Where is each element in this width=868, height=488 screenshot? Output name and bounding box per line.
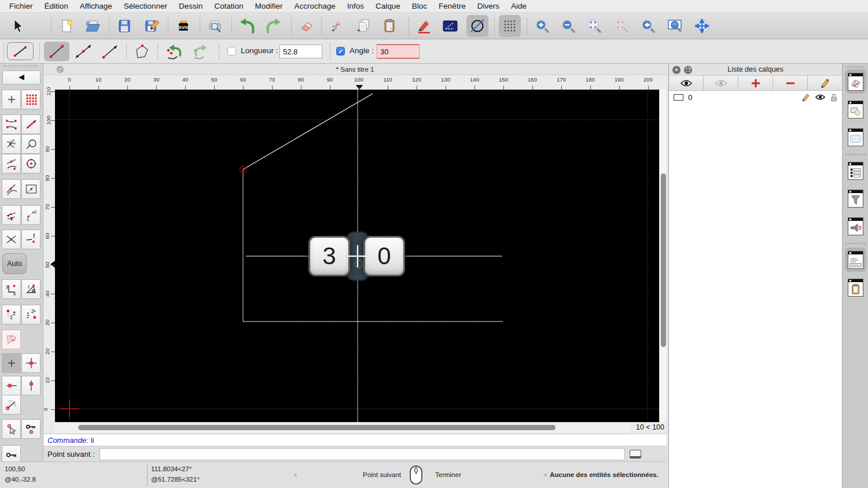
snap-auto-button[interactable]: Auto (2, 253, 27, 274)
menu-item-divers[interactable]: Divers (472, 0, 505, 13)
delete-eraser-button[interactable] (296, 15, 318, 37)
menu-item-modifier[interactable]: Modifier (249, 0, 288, 13)
longueur-checkbox[interactable] (227, 47, 236, 56)
close-panel-button[interactable]: ✕ (672, 66, 681, 74)
zoom-pan-button[interactable] (691, 15, 713, 37)
sidebar-handle[interactable] (3, 65, 37, 66)
pointer-tool-button[interactable] (6, 15, 28, 37)
zoom-previous-button[interactable] (610, 15, 632, 37)
undo-button[interactable] (236, 15, 258, 37)
undo-segment-button[interactable] (162, 42, 187, 61)
drawing-canvas[interactable]: 3 0 (55, 90, 659, 422)
snap-tangent-button[interactable] (2, 179, 21, 199)
menu-item-bloc[interactable]: Bloc (406, 0, 433, 13)
toggle-filter-button[interactable] (845, 186, 866, 210)
toggle-layer-list-button[interactable] (845, 69, 866, 94)
angle-checkbox[interactable]: ✓ (336, 47, 345, 56)
intersection-button[interactable] (2, 230, 21, 249)
command-window-toggle-button[interactable] (630, 450, 641, 459)
save-as-button[interactable] (141, 15, 163, 37)
menu-item-aide[interactable]: Aide (505, 0, 532, 13)
menu-item-infos[interactable]: Infos (341, 0, 370, 13)
menu-item-fenetre[interactable]: Fenêtre (433, 0, 472, 13)
toggle-entity-list-button[interactable] (845, 158, 866, 183)
save-button[interactable] (113, 15, 135, 37)
edit-layer-button[interactable] (808, 76, 842, 90)
menu-item-selectionner[interactable]: Sélectionner (118, 0, 173, 13)
new-document-button[interactable] (56, 15, 78, 37)
line-infinite-button[interactable] (71, 42, 96, 61)
zoom-auto-button[interactable] (583, 15, 605, 37)
set-angle-button[interactable] (2, 395, 21, 415)
intersection-manual-button[interactable]: ! (21, 230, 41, 249)
menu-item-dessin[interactable]: Dessin (173, 0, 208, 13)
strip-handle[interactable] (847, 66, 863, 68)
coordinate-cartesian-button[interactable]: y x (2, 279, 21, 299)
horizontal-scrollbar-thumb[interactable] (78, 425, 556, 430)
snap-center-button[interactable] (21, 154, 41, 173)
vertical-scrollbar[interactable] (659, 90, 667, 422)
grid-toggle-button[interactable] (499, 15, 521, 37)
set-relative-zero-button[interactable] (2, 419, 21, 439)
cut-button[interactable]: ✂ + (326, 15, 348, 37)
vertical-scrollbar-thumb[interactable] (661, 173, 666, 347)
restrict-1-2-button[interactable]: 1 2 (21, 205, 41, 225)
command-input[interactable] (100, 448, 625, 460)
selection-rectangle-button[interactable] (439, 15, 461, 37)
restrict-orthogonal-cross-button[interactable] (21, 353, 41, 373)
restrict-horizontal-button[interactable] (2, 376, 21, 395)
open-file-button[interactable] (82, 15, 104, 37)
snap-distance-button[interactable] (21, 134, 41, 154)
toggle-library-browser-button[interactable] (845, 125, 866, 149)
zoom-out-button[interactable] (557, 15, 579, 37)
menu-item-edition[interactable]: Édition (39, 0, 74, 13)
snap-exclusive-button[interactable] (2, 330, 21, 349)
draft-mode-button[interactable] (466, 15, 488, 37)
zoom-in-button[interactable] (531, 15, 553, 37)
paste-button[interactable] (378, 15, 400, 37)
toolbar-handle[interactable] (3, 43, 4, 60)
layer-visibility-button[interactable] (815, 94, 826, 101)
svg-export-button[interactable]: SVG (172, 15, 194, 37)
show-all-layers-button[interactable] (669, 76, 704, 90)
ray-button[interactable] (97, 42, 123, 61)
menu-item-fichier[interactable]: Fichier (0, 0, 39, 13)
print-preview-button[interactable] (204, 15, 226, 37)
zoom-back-button[interactable] (637, 15, 659, 37)
snap-middle-button[interactable] (2, 154, 21, 173)
copy-button[interactable]: + (352, 15, 374, 37)
snap-restrict-rect-button[interactable] (21, 179, 41, 199)
horizontal-scrollbar[interactable] (55, 422, 631, 433)
snap-free-button[interactable] (2, 90, 21, 109)
layer-edit-button[interactable] (801, 93, 811, 102)
menu-item-calque[interactable]: Calque (370, 0, 406, 13)
snap-endpoints-button[interactable] (2, 114, 21, 134)
layer-lock-button[interactable] (830, 93, 838, 102)
longueur-input[interactable] (279, 45, 322, 58)
collapse-back-button[interactable] (2, 71, 41, 84)
add-layer-button[interactable] (738, 76, 773, 90)
restrict-nothing-button[interactable] (2, 353, 21, 373)
restrict-orthogonal-button[interactable] (2, 205, 21, 225)
toggle-command-options-button[interactable] (845, 214, 866, 238)
zoom-window-button[interactable] (664, 15, 686, 37)
layer-color-swatch[interactable] (674, 94, 683, 101)
restrict-vertical-button[interactable] (21, 376, 41, 395)
menu-item-accrochage[interactable]: Accrochage (288, 0, 341, 13)
snap-on-entity-button[interactable] (21, 114, 41, 134)
remove-layer-button[interactable] (773, 76, 808, 90)
toggle-command-line-button[interactable] (845, 247, 866, 272)
coordinate-polar-button[interactable]: r a (21, 279, 41, 299)
snap-intersection-auto-button[interactable] (2, 134, 21, 154)
layer-row[interactable]: 0 (669, 91, 842, 103)
toggle-block-list-button[interactable] (845, 97, 866, 121)
snap-grid-button[interactable] (21, 90, 41, 109)
line-two-points-button[interactable] (44, 42, 69, 61)
menu-item-affichage[interactable]: Affichage (74, 0, 118, 13)
undock-panel-button[interactable]: ❐ (684, 66, 692, 74)
redo-segment-button[interactable] (189, 42, 214, 61)
angle-input[interactable] (377, 45, 420, 58)
order-2-1-button[interactable]: 1 2 (21, 305, 41, 324)
toggle-clipboard-button[interactable] (845, 275, 866, 300)
order-1-2-button[interactable]: 1 2 (2, 305, 21, 324)
